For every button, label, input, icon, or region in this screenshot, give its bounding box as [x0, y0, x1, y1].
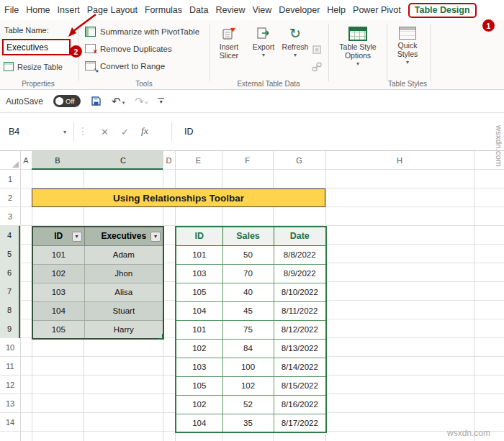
cell[interactable]: 102 — [176, 395, 222, 414]
cell[interactable]: 104 — [176, 414, 222, 432]
cancel-icon[interactable]: ✕ — [101, 127, 109, 137]
tab-formulas[interactable]: Formulas — [145, 5, 182, 15]
name-box[interactable]: B4 ▾ — [4, 122, 71, 142]
spreadsheet-grid[interactable]: A B C D E F G H 1 2 3 4 5 6 7 8 9 10 11 … — [0, 151, 504, 441]
cell[interactable]: 8/9/2022 — [274, 264, 326, 283]
cell[interactable]: 102 — [222, 376, 274, 395]
cell[interactable]: 84 — [222, 339, 274, 358]
quick-styles-button[interactable]: Quick Styles ▾ — [390, 24, 426, 84]
row-header-6[interactable]: 6 — [0, 263, 20, 282]
tab-page-layout[interactable]: Page Layout — [87, 5, 138, 15]
row-header-10[interactable]: 10 — [0, 338, 20, 357]
row-header-9[interactable]: 9 — [0, 319, 20, 338]
cell[interactable]: 104 — [32, 301, 84, 320]
cell[interactable]: 52 — [222, 395, 274, 414]
select-all-corner[interactable] — [12, 161, 19, 168]
row-header-13[interactable]: 13 — [0, 394, 20, 413]
formula-input[interactable]: ID — [184, 127, 194, 137]
summarize-with-pivottable-button[interactable]: Summarize with PivotTable — [85, 27, 199, 37]
table-style-options-button[interactable]: Table Style Options ▾ — [332, 24, 384, 84]
confirm-icon[interactable]: ✓ — [121, 127, 129, 137]
tab-developer[interactable]: Developer — [279, 5, 320, 15]
tab-help[interactable]: Help — [327, 5, 346, 15]
tab-view[interactable]: View — [252, 5, 271, 15]
cell[interactable]: 75 — [222, 320, 274, 339]
cell[interactable]: 100 — [222, 358, 274, 376]
cell[interactable]: 8/16/2022 — [274, 395, 326, 414]
insert-slicer-button[interactable]: Insert Slicer — [212, 24, 246, 84]
row-header-3[interactable]: 3 — [0, 207, 20, 226]
customize-quick-access-button[interactable]: ▾ — [158, 98, 164, 104]
row-header-1[interactable]: 1 — [0, 170, 20, 188]
filter-button[interactable]: ▾ — [150, 232, 161, 242]
undo-button[interactable]: ↶ ▾ — [112, 95, 125, 108]
tab-power-pivot[interactable]: Power Pivot — [353, 5, 401, 15]
row-header-11[interactable]: 11 — [0, 357, 20, 376]
refresh-button[interactable]: ↻ Refresh ▾ — [281, 24, 310, 84]
cell[interactable]: 103 — [176, 358, 222, 376]
redo-button[interactable]: ↷ ▾ — [135, 95, 148, 108]
cell[interactable]: 102 — [32, 264, 84, 283]
column-header-e[interactable]: E — [175, 151, 222, 170]
cell[interactable]: 35 — [222, 414, 274, 432]
row-header-7[interactable]: 7 — [0, 282, 20, 301]
cell[interactable]: Jhon — [84, 264, 163, 283]
unlink-icon[interactable] — [312, 62, 322, 72]
sales-date-header[interactable]: Date — [274, 227, 326, 245]
resize-table-button[interactable]: Resize Table — [4, 62, 63, 71]
save-button[interactable] — [91, 96, 102, 106]
cell[interactable]: 8/13/2022 — [274, 339, 326, 358]
tab-data[interactable]: Data — [189, 5, 208, 15]
row-header-12[interactable]: 12 — [0, 376, 20, 394]
tab-review[interactable]: Review — [215, 5, 245, 15]
tab-home[interactable]: Home — [26, 5, 50, 15]
cell[interactable]: 8/10/2022 — [274, 283, 326, 301]
column-header-h[interactable]: H — [325, 151, 474, 170]
tab-file[interactable]: File — [4, 5, 19, 15]
column-header-d[interactable]: D — [163, 151, 175, 170]
cell[interactable]: 50 — [222, 245, 274, 264]
export-button[interactable]: Export ▾ — [249, 24, 278, 84]
insert-function-button[interactable]: fx — [141, 125, 148, 137]
tab-insert[interactable]: Insert — [58, 5, 80, 15]
executives-id-header[interactable]: ID ▾ — [32, 227, 84, 245]
row-header-8[interactable]: 8 — [0, 301, 20, 319]
column-header-f[interactable]: F — [222, 151, 273, 170]
table-resize-handle[interactable] — [158, 334, 163, 340]
cell[interactable]: 8/17/2022 — [274, 414, 326, 432]
cell[interactable]: 101 — [176, 320, 222, 339]
tab-table-design[interactable]: Table Design — [408, 3, 477, 18]
cell[interactable]: 105 — [32, 320, 84, 339]
cell[interactable]: 8/15/2022 — [274, 376, 326, 395]
cell[interactable]: 45 — [222, 301, 274, 320]
cell[interactable]: 40 — [222, 283, 274, 301]
table-name-input[interactable] — [2, 39, 71, 55]
drag-handle-icon[interactable]: ⋮ — [78, 125, 88, 137]
cell[interactable]: 103 — [176, 264, 222, 283]
cell[interactable]: 101 — [32, 245, 84, 264]
cell[interactable]: 103 — [32, 283, 84, 301]
row-header-4[interactable]: 4 — [0, 226, 20, 245]
column-header-c[interactable]: C — [84, 151, 163, 170]
cell[interactable]: Stuart — [84, 301, 163, 320]
cell[interactable]: 8/12/2022 — [274, 320, 326, 339]
cell[interactable]: 8/14/2022 — [274, 358, 326, 376]
cell[interactable]: 102 — [176, 339, 222, 358]
cell[interactable]: 8/11/2022 — [274, 301, 326, 320]
row-header-2[interactable]: 2 — [0, 188, 20, 207]
row-header-5[interactable]: 5 — [0, 245, 20, 263]
column-header-g[interactable]: G — [273, 151, 325, 170]
filter-button[interactable]: ▾ — [72, 232, 82, 242]
sheet-title-cell[interactable]: Using Relationships Toolbar — [32, 188, 325, 207]
cell[interactable]: 8/8/2022 — [274, 245, 326, 264]
remove-duplicates-button[interactable]: Remove Duplicates — [85, 44, 172, 53]
column-header-b[interactable]: B — [32, 151, 84, 170]
cell[interactable]: 104 — [176, 301, 222, 320]
cell[interactable]: Alisa — [84, 283, 163, 301]
cell[interactable]: 105 — [176, 376, 222, 395]
sales-amount-header[interactable]: Sales — [222, 227, 274, 245]
cell[interactable]: Harry — [84, 320, 163, 339]
properties-icon[interactable] — [312, 45, 322, 55]
executives-name-header[interactable]: Executives ▾ — [84, 227, 163, 245]
autosave-toggle[interactable]: Off — [53, 95, 81, 107]
